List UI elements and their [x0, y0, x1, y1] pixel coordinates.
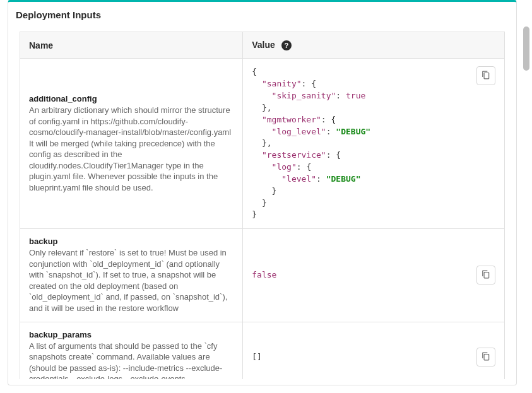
input-value-cell: false — [243, 229, 505, 322]
copy-icon — [482, 352, 490, 363]
copy-icon — [482, 270, 490, 281]
input-description: A list of arguments that should be passe… — [29, 341, 233, 379]
input-name: backup_params — [29, 330, 233, 339]
column-header-value: Value ? — [243, 32, 505, 59]
input-value: { "sanity": { "skip_sanity": true }, "mg… — [252, 66, 476, 221]
help-icon[interactable]: ? — [281, 40, 292, 50]
table-row: additional_configAn arbitrary dictionary… — [20, 59, 505, 229]
scrollbar[interactable] — [523, 26, 529, 71]
panel-title: Deployment Inputs — [8, 2, 516, 25]
copy-button[interactable] — [476, 66, 495, 85]
input-description: Only relevant if `restore` is set to tru… — [29, 247, 233, 314]
input-name-cell: backupOnly relevant if `restore` is set … — [20, 229, 243, 322]
inputs-table: Name Value ? additional_configAn arbitra… — [20, 32, 505, 379]
deployment-inputs-panel: Deployment Inputs Name Value ? additiona… — [8, 0, 517, 385]
input-value: false — [252, 269, 476, 281]
input-value: [] — [252, 351, 476, 363]
input-value-cell: { "sanity": { "skip_sanity": true }, "mg… — [243, 59, 505, 229]
input-name: additional_config — [29, 94, 233, 103]
table-row: backup_paramsA list of arguments that sh… — [20, 322, 505, 379]
copy-button[interactable] — [476, 348, 495, 367]
input-name-cell: additional_configAn arbitrary dictionary… — [20, 59, 243, 229]
input-value-cell: [] — [243, 322, 505, 379]
column-header-name: Name — [20, 32, 243, 59]
input-description: An arbitrary dictionary which should mir… — [29, 105, 233, 193]
table-row: backupOnly relevant if `restore` is set … — [20, 229, 505, 322]
input-name: backup — [29, 237, 233, 246]
copy-icon — [482, 71, 490, 81]
column-header-value-text: Value — [252, 40, 275, 50]
input-name-cell: backup_paramsA list of arguments that sh… — [20, 322, 243, 379]
copy-button[interactable] — [476, 266, 495, 284]
